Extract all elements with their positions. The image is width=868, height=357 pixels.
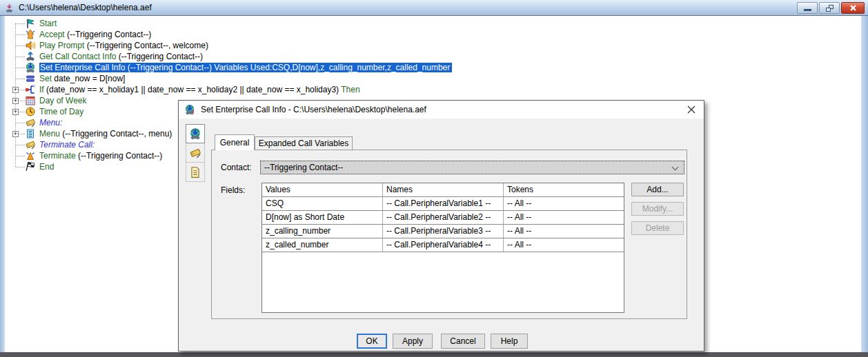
tree-item-get-call-contact-info[interactable]: Get Call Contact Info (--Triggering Cont…: [6, 51, 203, 62]
tree-item-terminate-call-comment[interactable]: Terminate Call:: [6, 139, 95, 150]
fields-label: Fields:: [221, 185, 245, 195]
cell-name: -- Call.PeripheralVariable2 --: [383, 211, 504, 224]
table-header-row: Values Names Tokens: [262, 183, 624, 197]
table-row[interactable]: z_calling_number -- Call.PeripheralVaria…: [262, 225, 624, 238]
tree-item-end[interactable]: End: [6, 161, 54, 172]
dialog-close-icon[interactable]: [687, 105, 696, 114]
selected-row-highlight: Set Enterprise Call Info (--Triggering C…: [39, 63, 452, 72]
restore-button[interactable]: [819, 2, 840, 14]
tree-item-set-date-now[interactable]: Set date_now = D[now]: [6, 73, 125, 84]
modify-button[interactable]: Modify...: [631, 202, 684, 216]
tree-item-menu-comment[interactable]: Menu:: [6, 117, 62, 128]
app-window: C:\Users\helena\Desktop\helena.aef Start: [0, 0, 868, 357]
phone-up-arrow-icon: [25, 51, 36, 62]
apply-button[interactable]: Apply: [393, 334, 433, 349]
table-row[interactable]: D[now] as Short Date -- Call.PeripheralV…: [262, 211, 624, 225]
general-tab-panel: Contact: --Triggering Contact-- Fields: …: [211, 150, 687, 319]
set-enterprise-call-info-icon: [25, 62, 36, 73]
close-icon: [849, 4, 857, 12]
clock-icon: [25, 106, 36, 117]
help-button[interactable]: Help: [491, 334, 528, 349]
label-tag-icon: [25, 139, 36, 150]
tab-general[interactable]: General: [215, 134, 255, 150]
tree-item-time-of-day[interactable]: Time of Day: [6, 106, 83, 117]
cell-token: -- All --: [504, 197, 624, 210]
set-variable-icon: [25, 73, 36, 84]
cell-value: D[now] as Short Date: [262, 211, 383, 224]
expand-plus-icon[interactable]: [12, 131, 19, 137]
add-button[interactable]: Add...: [631, 183, 684, 196]
ok-button[interactable]: OK: [357, 334, 387, 349]
tree-item-menu[interactable]: Menu (--Triggering Contact--, menu): [6, 128, 172, 139]
end-checkered-flag-icon: [25, 161, 36, 172]
window-border-left: [0, 16, 5, 353]
window-border-right: [861, 16, 868, 353]
app-script-icon: [4, 3, 14, 13]
toolbar-tab-document[interactable]: [186, 163, 205, 182]
window-title: C:\Users\helena\Desktop\helena.aef: [19, 3, 152, 12]
menu-list-icon: [25, 128, 36, 139]
tree-item-start[interactable]: Start: [6, 18, 57, 29]
cell-value: CSQ: [262, 197, 383, 210]
expand-plus-icon[interactable]: [12, 87, 19, 93]
accept-icon: [25, 29, 36, 40]
set-enterprise-call-info-icon: [189, 127, 201, 140]
tree-item-accept[interactable]: Accept (--Triggering Contact--): [6, 29, 151, 40]
set-enterprise-call-info-dialog: Set Enterprise Call Info - C:\Users\hele…: [178, 100, 704, 351]
column-header-names[interactable]: Names: [383, 183, 504, 196]
delete-button[interactable]: Delete: [631, 221, 684, 235]
tree-item-play-prompt[interactable]: Play Prompt (--Triggering Contact--, wel…: [6, 40, 208, 51]
start-flag-icon: [25, 18, 36, 29]
cell-value: z_called_number: [262, 238, 383, 252]
tree-item-day-of-week[interactable]: Day of Week: [6, 95, 86, 106]
cell-token: -- All --: [504, 238, 624, 252]
document-icon: [189, 166, 201, 178]
calendar-icon: [25, 95, 36, 106]
contact-dropdown[interactable]: --Triggering Contact--: [260, 161, 684, 174]
if-branch-icon: [25, 84, 36, 95]
toolbar-tab-general[interactable]: [186, 124, 205, 143]
dialog-titlebar: Set Enterprise Call Info - C:\Users\hele…: [179, 101, 704, 119]
cell-token: -- All --: [504, 211, 624, 224]
cancel-button[interactable]: Cancel: [441, 334, 485, 349]
speaker-icon: [25, 40, 36, 51]
terminate-cone-icon: [25, 150, 36, 161]
window-titlebar: C:\Users\helena\Desktop\helena.aef: [0, 0, 868, 16]
label-tag-icon: [25, 117, 36, 128]
column-header-tokens[interactable]: Tokens: [504, 183, 624, 196]
tree-item-if[interactable]: If (date_now == x_holiday1 || date_now =…: [6, 84, 360, 95]
set-enterprise-call-info-icon: [184, 104, 195, 115]
tree-item-terminate[interactable]: Terminate (--Triggering Contact--): [6, 150, 162, 161]
cell-value: z_calling_number: [262, 225, 383, 238]
tab-expanded-call-variables[interactable]: Expanded Call Variables: [255, 136, 353, 150]
toolbar-tab-label[interactable]: [186, 143, 205, 163]
table-row[interactable]: CSQ -- Call.PeripheralVariable1 -- -- Al…: [262, 197, 624, 211]
dialog-title: Set Enterprise Call Info - C:\Users\hele…: [201, 105, 426, 114]
contact-label: Contact:: [221, 163, 252, 172]
window-controls: [797, 2, 865, 14]
expand-plus-icon[interactable]: [12, 109, 19, 115]
dialog-step-toolbar: [186, 124, 206, 182]
cell-token: -- All --: [504, 225, 624, 238]
cell-name: -- Call.PeripheralVariable1 --: [383, 197, 504, 210]
cell-name: -- Call.PeripheralVariable4 --: [383, 238, 504, 252]
fields-table[interactable]: Values Names Tokens CSQ -- Call.Peripher…: [262, 183, 624, 313]
window-bottom-edge: [0, 352, 868, 357]
restore-icon: [826, 5, 834, 12]
column-header-values[interactable]: Values: [262, 183, 383, 196]
minimize-button[interactable]: [797, 2, 818, 14]
cell-name: -- Call.PeripheralVariable3 --: [383, 225, 504, 238]
close-button[interactable]: [841, 2, 865, 14]
table-row[interactable]: z_called_number -- Call.PeripheralVariab…: [262, 238, 624, 252]
label-tag-icon: [189, 147, 201, 159]
expand-plus-icon[interactable]: [12, 98, 19, 104]
minimize-icon: [804, 9, 811, 11]
contact-value: --Triggering Contact--: [264, 163, 343, 172]
chevron-down-icon: [672, 164, 679, 171]
tree-item-set-enterprise-call-info[interactable]: Set Enterprise Call Info (--Triggering C…: [6, 62, 452, 73]
